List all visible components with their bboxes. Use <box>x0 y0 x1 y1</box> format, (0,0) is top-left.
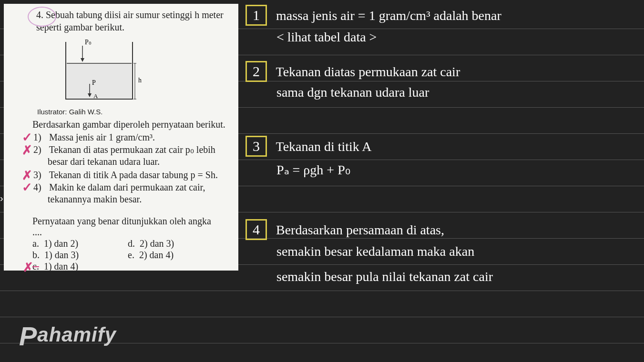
arrow-indicator-icon: › <box>0 193 3 204</box>
svg-marker-3 <box>81 58 84 62</box>
p0-label: P₀ <box>85 39 92 46</box>
note3-line1: Tekanan di titik A <box>276 139 372 154</box>
note4-line1: Berdasarkan persamaan di atas, <box>276 222 444 237</box>
note2-line1: Tekanan diatas permukaan zat cair <box>276 64 460 79</box>
annotation-2: 2 Tekanan diatas permukaan zat cair <box>245 61 460 82</box>
note1-line2: < lihat tabel data > <box>276 30 377 45</box>
statement-4: 4) Makin ke dalam dari permukaan zat cai… <box>33 181 234 205</box>
mark-x-c: ✗ <box>23 260 33 275</box>
tube-diagram: P₀ h P A <box>56 37 142 104</box>
p-label: P <box>92 79 96 86</box>
note1-line1: massa jenis air = 1 gram/cm³ adalah bena… <box>276 8 501 23</box>
annotation-1: 1 massa jenis air = 1 gram/cm³ adalah be… <box>245 5 501 26</box>
watermark-logo: Pahamify <box>19 317 116 348</box>
option-c: c. 1) dan 4) <box>32 261 78 272</box>
statement-1: 1) Massa jenis air 1 gram/cm³. <box>33 131 155 143</box>
statements-intro: Berdasarkan gambar diperoleh pernyataan … <box>32 119 225 130</box>
question-line2: seperti gambar berikut. <box>36 22 124 32</box>
illustrator-credit: Ilustrator: Galih W.S. <box>37 108 103 116</box>
mark-x-2: ✗ <box>22 143 32 158</box>
box-number-2: 2 <box>245 61 267 82</box>
question-panel: 4. Sebuah tabung diisi air sumur setingg… <box>4 4 238 271</box>
question-number: 4. <box>36 10 43 20</box>
annotation-4: 4 Berdasarkan persamaan di atas, <box>245 219 444 240</box>
note4-line2: semakin besar kedalaman maka akan <box>276 244 474 259</box>
annotation-3: 3 Tekanan di titik A <box>245 136 372 157</box>
h-label: h <box>138 77 142 84</box>
svg-rect-0 <box>67 63 132 98</box>
question-prompt: Pernyataan yang benar ditunjukkan oleh a… <box>32 216 211 238</box>
option-e: e. 2) dan 4) <box>128 250 174 261</box>
box-number-4: 4 <box>245 219 267 240</box>
box-number-3: 3 <box>245 136 267 157</box>
question-text: 4. Sebuah tabung diisi air sumur setingg… <box>36 9 229 33</box>
option-b: b. 1) dan 3) <box>32 250 79 261</box>
mark-check-4: ✓ <box>22 180 32 195</box>
question-line1: Sebuah tabung diisi air sumur setinggi h… <box>46 10 224 20</box>
option-a: a. 1) dan 2) <box>32 238 78 249</box>
statement-2: 2) Tekanan di atas permukaan zat cair p₀… <box>33 144 234 168</box>
note4-line3: semakin besar pula nilai tekanan zat cai… <box>276 269 493 284</box>
statement-3: 3) Tekanan di titik A pada dasar tabung … <box>33 169 218 181</box>
option-d: d. 2) dan 3) <box>128 238 174 249</box>
note3-line2: Pₐ = ρgh + P₀ <box>276 162 350 178</box>
a-label: A <box>93 92 98 100</box>
box-number-1: 1 <box>245 5 267 26</box>
note2-line2: sama dgn tekanan udara luar <box>276 85 429 100</box>
